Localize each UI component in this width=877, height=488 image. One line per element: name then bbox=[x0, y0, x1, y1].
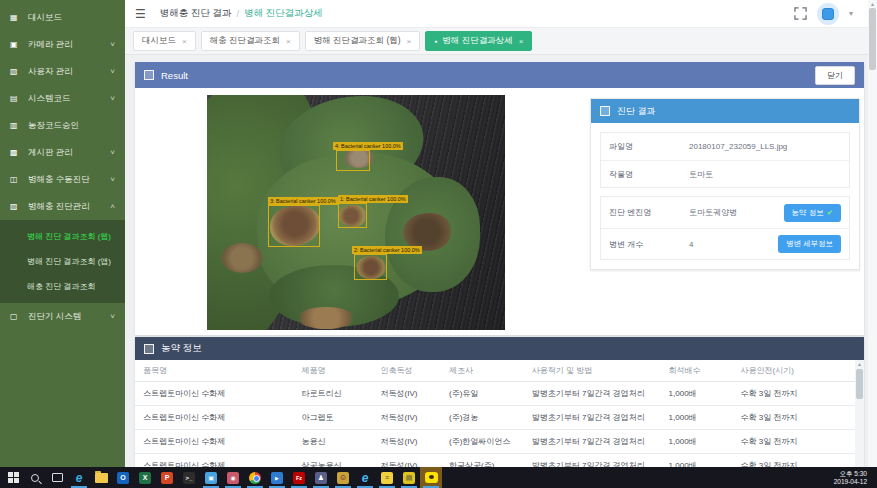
sidebar-submenu: 병해 진단 결과조회 (웹) 병해 진단 결과조회 (앱) 해충 진단 결과조회 bbox=[0, 220, 125, 303]
table-row[interactable]: 스트렙토마이신 수화제 타로트리신 저독성(IV) (주)유일 발병초기부터 7… bbox=[135, 382, 855, 406]
sidebar-item-farm-code[interactable]: ▥ 농장코드승인 bbox=[0, 112, 125, 139]
detection-box bbox=[354, 254, 387, 280]
sidebar-item-manual-diagnosis[interactable]: ◫ 병해충 수동진단 ˅ bbox=[0, 166, 125, 193]
lesion-spot bbox=[221, 243, 263, 273]
remote-glyph: ♟ bbox=[315, 472, 327, 484]
camera-icon: ▣ bbox=[10, 40, 21, 49]
table-scrollbar[interactable]: ▲ bbox=[855, 360, 864, 467]
excel-icon[interactable]: X bbox=[134, 467, 156, 488]
sidebar-item-label: 사용자 관리 bbox=[28, 66, 73, 78]
cell: 1,000배 bbox=[661, 454, 733, 468]
internet-explorer-icon[interactable]: e bbox=[354, 467, 376, 488]
close-icon[interactable]: × bbox=[182, 37, 187, 46]
paint-icon[interactable]: ◉ bbox=[222, 467, 244, 488]
close-button[interactable]: 닫기 bbox=[815, 66, 855, 85]
sidebar-item-device-system[interactable]: ▢ 진단기 시스템 ˅ bbox=[0, 303, 125, 330]
scroll-up-icon[interactable]: ▲ bbox=[868, 0, 877, 8]
terminal-glyph: >_ bbox=[183, 472, 195, 484]
sidebar: ▦ 대시보드 ▣ 카메라 관리 ˅ ▧ 사용자 관리 ˅ ▤ 시스템코드 ˅ ▥… bbox=[0, 0, 125, 467]
tab-dashboard[interactable]: 대시보드 × bbox=[133, 31, 196, 51]
breadcrumb-current: 병해 진단결과상세 bbox=[244, 7, 323, 20]
table-header-row: 품목명 제품명 인축독성 제조사 사용적기 및 방법 희석배수 사용안전(시기) bbox=[135, 360, 855, 382]
media-app-icon[interactable]: ▶ bbox=[266, 467, 288, 488]
filezilla-icon[interactable]: Fz bbox=[288, 467, 310, 488]
tab-pest-result[interactable]: 해충 진단결과조회 × bbox=[201, 31, 300, 51]
cell: 1,000배 bbox=[661, 430, 733, 454]
menu-icon[interactable]: ☰ bbox=[135, 7, 146, 21]
chevron-down-icon[interactable]: ▾ bbox=[849, 9, 853, 18]
tab-label: 병해 진단결과조회 (웹) bbox=[314, 35, 401, 47]
clock-date: 2019-04-12 bbox=[834, 478, 867, 486]
kakaotalk-icon[interactable] bbox=[420, 467, 442, 488]
outlook-icon[interactable]: O bbox=[112, 467, 134, 488]
fullscreen-icon[interactable] bbox=[794, 7, 807, 20]
tab-disease-result-detail[interactable]: ● 병해 진단결과상세 × bbox=[425, 31, 532, 51]
chevron-up-icon: ˄ bbox=[110, 202, 115, 211]
memo-app-icon[interactable]: ▤ bbox=[398, 467, 420, 488]
column-header: 사용안전(시기) bbox=[733, 360, 855, 382]
system-code-icon: ▤ bbox=[10, 94, 21, 103]
notepad-icon[interactable]: ≡ bbox=[376, 467, 398, 488]
result-panel-body: 4: Bacterial canker 100.0% 3: Bacterial … bbox=[135, 88, 864, 335]
panel-icon bbox=[600, 106, 610, 116]
start-icon[interactable] bbox=[2, 467, 24, 488]
messenger-app-icon[interactable]: ☺ bbox=[332, 467, 354, 488]
sidebar-item-diagnosis-manage[interactable]: ▨ 병해충 진단관리 ˄ bbox=[0, 193, 125, 220]
taskbar-clock[interactable]: 오후 5:30 2019-04-12 bbox=[834, 470, 875, 486]
button-label: 농약 정보 bbox=[792, 208, 824, 217]
edge-icon[interactable]: e bbox=[68, 467, 90, 488]
page-scrollbar[interactable]: ▲ bbox=[868, 0, 877, 467]
media-glyph: ▶ bbox=[271, 472, 283, 484]
lesion-detail-button[interactable]: 병변 세부정보 bbox=[778, 235, 841, 253]
table-row[interactable]: 스트렙토마이신 수화제 농용신 저독성(IV) (주)한얼싸이언스 발병초기부터… bbox=[135, 430, 855, 454]
sidebar-item-camera[interactable]: ▣ 카메라 관리 ˅ bbox=[0, 31, 125, 58]
submenu-item-disease-result-web[interactable]: 병해 진단 결과조회 (웹) bbox=[0, 224, 125, 249]
scrollbar-thumb[interactable] bbox=[856, 369, 863, 399]
panel-title: 농약 정보 bbox=[161, 342, 202, 355]
close-icon[interactable]: × bbox=[519, 37, 524, 46]
column-header: 인축독성 bbox=[373, 360, 441, 382]
terminal-icon[interactable]: >_ bbox=[178, 467, 200, 488]
close-icon[interactable]: × bbox=[407, 37, 412, 46]
table-row[interactable]: 스트렙토마이신 수화제 삼공농용신 저독성(IV) 한국삼공(주) 발병초기부터… bbox=[135, 454, 855, 468]
scroll-up-icon[interactable]: ▲ bbox=[855, 360, 864, 368]
field-label: 작물명 bbox=[609, 169, 689, 180]
tab-disease-result-web[interactable]: 병해 진단결과조회 (웹) × bbox=[305, 31, 421, 51]
pc-app-icon[interactable]: ▣ bbox=[200, 467, 222, 488]
clock-time: 오후 5:30 bbox=[834, 470, 867, 478]
windows-taskbar: e O X P >_ ▣ ◉ ▶ Fz ♟ ☺ e ≡ ▤ 오후 5:30 20… bbox=[0, 467, 877, 488]
submenu-item-label: 병해 진단 결과조회 (앱) bbox=[27, 256, 111, 267]
sidebar-item-users[interactable]: ▧ 사용자 관리 ˅ bbox=[0, 58, 125, 85]
detection-label: 1: Bacterial canker 100.0% bbox=[338, 195, 408, 203]
cell: 농용신 bbox=[293, 430, 372, 454]
field-value: 토마토 bbox=[689, 169, 713, 180]
submenu-item-label: 해충 진단 결과조회 bbox=[27, 281, 95, 292]
remote-app-icon[interactable]: ♟ bbox=[310, 467, 332, 488]
column-header: 제조사 bbox=[441, 360, 524, 382]
cell: (주)유일 bbox=[441, 382, 524, 406]
submenu-item-pest-result[interactable]: 해충 진단 결과조회 bbox=[0, 274, 125, 299]
kakao-bubble-shape bbox=[425, 472, 438, 483]
column-header: 사용적기 및 방법 bbox=[524, 360, 661, 382]
sidebar-item-board[interactable]: ▩ 게시판 관리 ˅ bbox=[0, 139, 125, 166]
powerpoint-icon[interactable]: P bbox=[156, 467, 178, 488]
scrollbar-thumb[interactable] bbox=[869, 8, 876, 70]
field-value: 4 bbox=[689, 240, 693, 249]
user-avatar[interactable] bbox=[817, 3, 839, 25]
chrome-icon[interactable] bbox=[244, 467, 266, 488]
content-area: Result 닫기 bbox=[125, 55, 877, 467]
result-panel: Result 닫기 bbox=[135, 62, 864, 335]
close-icon[interactable]: × bbox=[286, 37, 291, 46]
active-dot-icon: ● bbox=[434, 38, 437, 44]
task-view-icon[interactable] bbox=[46, 467, 68, 488]
pesticide-table: 품목명 제품명 인축독성 제조사 사용적기 및 방법 희석배수 사용안전(시기) bbox=[135, 360, 855, 467]
top-bar: ☰ 병해충 진단 결과 / 병해 진단결과상세 ▾ bbox=[125, 0, 877, 28]
pesticide-info-button[interactable]: 농약 정보✔ bbox=[784, 204, 841, 222]
pesticide-panel-header: 농약 정보 bbox=[135, 337, 864, 360]
file-explorer-icon[interactable] bbox=[90, 467, 112, 488]
search-icon[interactable] bbox=[24, 467, 46, 488]
sidebar-item-system-code[interactable]: ▤ 시스템코드 ˅ bbox=[0, 85, 125, 112]
table-row[interactable]: 스트렙토마이신 수화제 아그렙토 저독성(IV) (주)경농 발병초기부터 7일… bbox=[135, 406, 855, 430]
sidebar-item-dashboard[interactable]: ▦ 대시보드 bbox=[0, 4, 125, 31]
submenu-item-disease-result-app[interactable]: 병해 진단 결과조회 (앱) bbox=[0, 249, 125, 274]
